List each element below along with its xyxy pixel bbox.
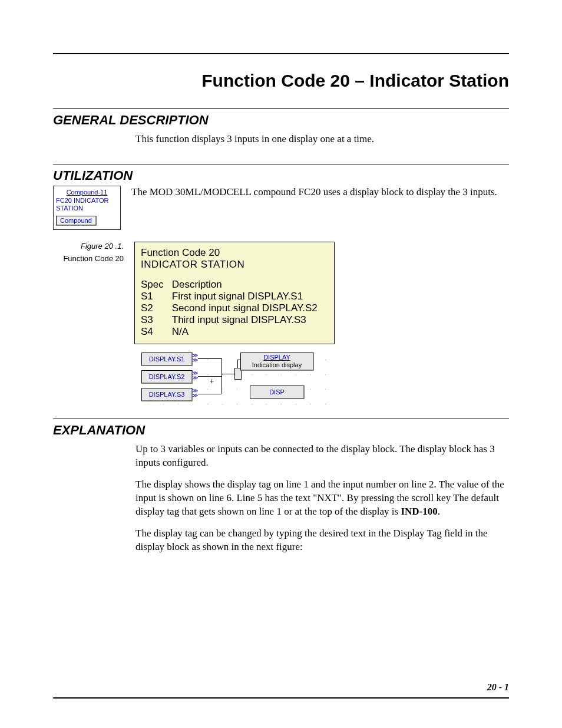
figure-caption-sub: Function Code 20 [53, 254, 124, 263]
plus-icon: + [210, 377, 214, 386]
wire [198, 376, 222, 377]
compound-title: Compound-11 [56, 189, 118, 196]
port-s1: DISPLAY.S1 [141, 353, 193, 366]
port-s2: DISPLAY.S2 [141, 370, 193, 384]
compound-subtitle: FC20 INDICATOR STATION [56, 197, 118, 212]
wire [198, 358, 222, 359]
explanation-p3: The display tag can be changed by typing… [135, 527, 509, 554]
utilization-row: Compound-11 FC20 INDICATOR STATION Compo… [53, 186, 509, 230]
spec-line1: Function Code 20 [141, 247, 328, 259]
section-rule [53, 419, 509, 419]
spec-row: S4 N/A [141, 326, 326, 338]
spec-table: Spec Description S1 First input signal D… [141, 279, 326, 338]
display-block-title: DISPLAY [241, 353, 313, 361]
spec-row: S2 Second input signal DISPLAY.S2 [141, 302, 326, 314]
explanation-p1: Up to 3 variables or inputs can be conne… [135, 443, 509, 470]
spec-col-head: Spec [141, 279, 172, 291]
general-text: This function displays 3 inputs in one d… [135, 133, 509, 146]
figure-body: Function Code 20 INDICATOR STATION Spec … [134, 242, 335, 408]
explanation-p2: The display shows the display tag on lin… [135, 478, 509, 519]
port-arrows-icon: ≫≫ [192, 353, 198, 363]
port-arrows-icon: ≫≫ [192, 371, 198, 380]
compound-tab-button[interactable]: Compound [56, 216, 97, 226]
wire [222, 374, 234, 374]
display-block: DISPLAY Indication display [240, 353, 314, 371]
figure-row: Figure 20 .1. Function Code 20 Function … [53, 242, 509, 408]
page-number: 20 - 1 [487, 682, 509, 693]
figure-caption-title: Figure 20 .1. [53, 242, 124, 251]
footer-rule [53, 697, 509, 699]
page-title: Function Code 20 – Indicator Station [53, 71, 509, 91]
section-heading-explanation: EXPLANATION [53, 423, 509, 438]
section-heading-general: GENERAL DESCRIPTION [53, 113, 509, 128]
spec-line2: INDICATOR STATION [141, 259, 328, 271]
display-block-sub: Indication display [241, 361, 313, 370]
wire [222, 358, 222, 394]
block-diagram: DISPLAY.S1 ≫≫ DISPLAY.S2 ≫≫ DISPLAY.S3 ≫… [134, 349, 335, 408]
figure-caption: Figure 20 .1. Function Code 20 [53, 242, 124, 263]
display-tab-button[interactable]: DISP [250, 386, 305, 399]
document-page: Function Code 20 – Indicator Station GEN… [0, 0, 562, 728]
utilization-text: The MOD 30ML/MODCELL compound FC20 uses … [131, 186, 509, 199]
section-heading-utilization: UTILIZATION [53, 168, 509, 183]
spec-row: S1 First input signal DISPLAY.S1 [141, 291, 326, 302]
section-body-general: This function displays 3 inputs in one d… [135, 133, 509, 146]
section-rule [53, 108, 509, 109]
wire [237, 360, 238, 368]
top-rule [53, 53, 509, 54]
spec-row: S3 Third input signal DISPLAY.S3 [141, 314, 326, 326]
spec-box: Function Code 20 INDICATOR STATION Spec … [134, 242, 335, 344]
port-arrows-icon: ≫≫ [192, 388, 198, 398]
desc-col-head: Description [172, 279, 326, 291]
compound-widget: Compound-11 FC20 INDICATOR STATION Compo… [53, 186, 121, 230]
wire [198, 394, 222, 394]
section-body-explanation: Up to 3 variables or inputs can be conne… [135, 443, 509, 554]
spec-header-row: Spec Description [141, 279, 326, 291]
section-rule [53, 164, 509, 164]
port-s3: DISPLAY.S3 [141, 388, 193, 401]
